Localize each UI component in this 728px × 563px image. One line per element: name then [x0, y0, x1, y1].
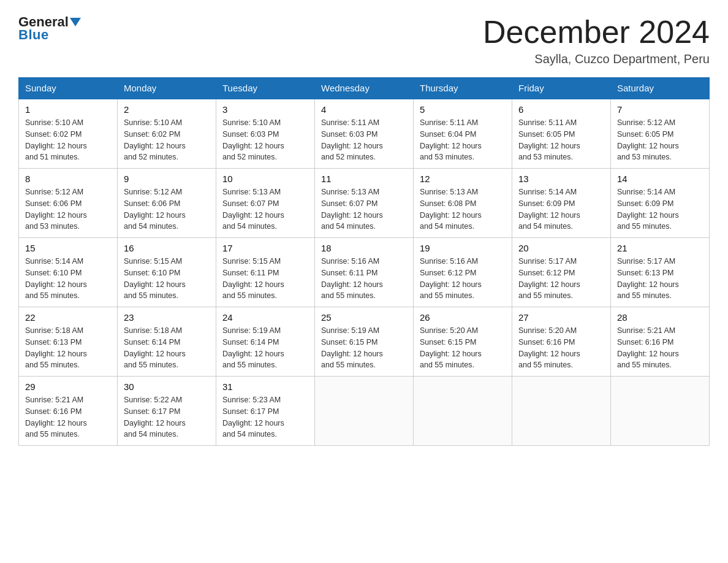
- day-number: 4: [321, 104, 407, 115]
- page-header: General Blue December 2024 Saylla, Cuzco…: [18, 15, 710, 66]
- day-number: 13: [518, 174, 604, 184]
- calendar-cell: 9 Sunrise: 5:12 AMSunset: 6:06 PMDayligh…: [118, 169, 216, 238]
- day-info: Sunrise: 5:14 AMSunset: 6:09 PMDaylight:…: [518, 188, 580, 231]
- day-info: Sunrise: 5:13 AMSunset: 6:08 PMDaylight:…: [420, 188, 482, 231]
- day-number: 19: [420, 243, 506, 253]
- day-info: Sunrise: 5:12 AMSunset: 6:06 PMDaylight:…: [124, 188, 186, 231]
- day-number: 3: [222, 104, 308, 115]
- day-number: 26: [420, 312, 506, 323]
- day-info: Sunrise: 5:15 AMSunset: 6:11 PMDaylight:…: [222, 257, 284, 300]
- day-info: Sunrise: 5:20 AMSunset: 6:15 PMDaylight:…: [420, 326, 482, 369]
- day-info: Sunrise: 5:14 AMSunset: 6:09 PMDaylight:…: [617, 188, 679, 231]
- calendar-header-row: SundayMondayTuesdayWednesdayThursdayFrid…: [19, 78, 710, 99]
- day-info: Sunrise: 5:11 AMSunset: 6:05 PMDaylight:…: [518, 118, 580, 161]
- calendar-cell: [512, 377, 611, 446]
- col-header-monday: Monday: [118, 78, 216, 99]
- calendar-cell: [414, 377, 512, 446]
- day-info: Sunrise: 5:17 AMSunset: 6:13 PMDaylight:…: [617, 257, 679, 300]
- day-number: 16: [124, 243, 210, 253]
- day-info: Sunrise: 5:21 AMSunset: 6:16 PMDaylight:…: [25, 396, 87, 439]
- calendar-cell: [315, 377, 414, 446]
- day-info: Sunrise: 5:12 AMSunset: 6:06 PMDaylight:…: [25, 188, 87, 231]
- calendar-cell: 12 Sunrise: 5:13 AMSunset: 6:08 PMDaylig…: [414, 169, 512, 238]
- col-header-tuesday: Tuesday: [216, 78, 315, 99]
- calendar-cell: 31 Sunrise: 5:23 AMSunset: 6:17 PMDaylig…: [216, 377, 315, 446]
- calendar-cell: 5 Sunrise: 5:11 AMSunset: 6:04 PMDayligh…: [414, 99, 512, 169]
- calendar-week-row: 29 Sunrise: 5:21 AMSunset: 6:16 PMDaylig…: [19, 377, 710, 446]
- day-number: 27: [518, 312, 604, 323]
- day-number: 2: [124, 104, 210, 115]
- calendar-cell: 15 Sunrise: 5:14 AMSunset: 6:10 PMDaylig…: [19, 238, 118, 307]
- day-number: 31: [222, 381, 308, 392]
- calendar-cell: 27 Sunrise: 5:20 AMSunset: 6:16 PMDaylig…: [512, 307, 611, 377]
- calendar-cell: 23 Sunrise: 5:18 AMSunset: 6:14 PMDaylig…: [118, 307, 216, 377]
- day-info: Sunrise: 5:13 AMSunset: 6:07 PMDaylight:…: [321, 188, 383, 231]
- day-number: 11: [321, 174, 407, 184]
- day-number: 15: [25, 243, 111, 253]
- day-info: Sunrise: 5:23 AMSunset: 6:17 PMDaylight:…: [222, 396, 284, 439]
- calendar-cell: 13 Sunrise: 5:14 AMSunset: 6:09 PMDaylig…: [512, 169, 611, 238]
- day-info: Sunrise: 5:18 AMSunset: 6:14 PMDaylight:…: [124, 326, 186, 369]
- calendar-cell: 26 Sunrise: 5:20 AMSunset: 6:15 PMDaylig…: [414, 307, 512, 377]
- day-number: 1: [25, 104, 111, 115]
- day-number: 6: [518, 104, 604, 115]
- day-info: Sunrise: 5:10 AMSunset: 6:02 PMDaylight:…: [25, 118, 87, 161]
- day-info: Sunrise: 5:21 AMSunset: 6:16 PMDaylight:…: [617, 326, 679, 369]
- calendar-cell: 2 Sunrise: 5:10 AMSunset: 6:02 PMDayligh…: [118, 99, 216, 169]
- calendar-table: SundayMondayTuesdayWednesdayThursdayFrid…: [18, 77, 710, 446]
- calendar-cell: 20 Sunrise: 5:17 AMSunset: 6:12 PMDaylig…: [512, 238, 611, 307]
- day-number: 14: [617, 174, 703, 184]
- day-number: 18: [321, 243, 407, 253]
- calendar-cell: 14 Sunrise: 5:14 AMSunset: 6:09 PMDaylig…: [611, 169, 710, 238]
- calendar-cell: 8 Sunrise: 5:12 AMSunset: 6:06 PMDayligh…: [19, 169, 118, 238]
- day-number: 9: [124, 174, 210, 184]
- calendar-week-row: 1 Sunrise: 5:10 AMSunset: 6:02 PMDayligh…: [19, 99, 710, 169]
- calendar-cell: 19 Sunrise: 5:16 AMSunset: 6:12 PMDaylig…: [414, 238, 512, 307]
- day-info: Sunrise: 5:22 AMSunset: 6:17 PMDaylight:…: [124, 396, 186, 439]
- col-header-friday: Friday: [512, 78, 611, 99]
- calendar-cell: 6 Sunrise: 5:11 AMSunset: 6:05 PMDayligh…: [512, 99, 611, 169]
- location-subtitle: Saylla, Cuzco Department, Peru: [483, 52, 710, 66]
- calendar-cell: 17 Sunrise: 5:15 AMSunset: 6:11 PMDaylig…: [216, 238, 315, 307]
- day-info: Sunrise: 5:18 AMSunset: 6:13 PMDaylight:…: [25, 326, 87, 369]
- day-number: 17: [222, 243, 308, 253]
- day-number: 24: [222, 312, 308, 323]
- calendar-cell: 3 Sunrise: 5:10 AMSunset: 6:03 PMDayligh…: [216, 99, 315, 169]
- day-number: 10: [222, 174, 308, 184]
- day-info: Sunrise: 5:15 AMSunset: 6:10 PMDaylight:…: [124, 257, 186, 300]
- day-number: 12: [420, 174, 506, 184]
- col-header-wednesday: Wednesday: [315, 78, 414, 99]
- day-number: 23: [124, 312, 210, 323]
- calendar-cell: 1 Sunrise: 5:10 AMSunset: 6:02 PMDayligh…: [19, 99, 118, 169]
- day-info: Sunrise: 5:17 AMSunset: 6:12 PMDaylight:…: [518, 257, 580, 300]
- day-info: Sunrise: 5:14 AMSunset: 6:10 PMDaylight:…: [25, 257, 87, 300]
- title-block: December 2024 Saylla, Cuzco Department, …: [483, 15, 710, 66]
- calendar-cell: 28 Sunrise: 5:21 AMSunset: 6:16 PMDaylig…: [611, 307, 710, 377]
- month-title: December 2024: [483, 15, 710, 50]
- calendar-cell: 18 Sunrise: 5:16 AMSunset: 6:11 PMDaylig…: [315, 238, 414, 307]
- day-info: Sunrise: 5:10 AMSunset: 6:03 PMDaylight:…: [222, 118, 284, 161]
- calendar-week-row: 15 Sunrise: 5:14 AMSunset: 6:10 PMDaylig…: [19, 238, 710, 307]
- logo-blue: Blue: [18, 27, 49, 43]
- calendar-cell: 22 Sunrise: 5:18 AMSunset: 6:13 PMDaylig…: [19, 307, 118, 377]
- calendar-cell: 16 Sunrise: 5:15 AMSunset: 6:10 PMDaylig…: [118, 238, 216, 307]
- col-header-sunday: Sunday: [19, 78, 118, 99]
- calendar-week-row: 22 Sunrise: 5:18 AMSunset: 6:13 PMDaylig…: [19, 307, 710, 377]
- day-number: 7: [617, 104, 703, 115]
- calendar-cell: 21 Sunrise: 5:17 AMSunset: 6:13 PMDaylig…: [611, 238, 710, 307]
- day-number: 28: [617, 312, 703, 323]
- day-number: 20: [518, 243, 604, 253]
- day-number: 22: [25, 312, 111, 323]
- calendar-cell: 30 Sunrise: 5:22 AMSunset: 6:17 PMDaylig…: [118, 377, 216, 446]
- calendar-cell: [611, 377, 710, 446]
- calendar-cell: 29 Sunrise: 5:21 AMSunset: 6:16 PMDaylig…: [19, 377, 118, 446]
- logo-triangle-icon: [70, 18, 81, 26]
- calendar-cell: 25 Sunrise: 5:19 AMSunset: 6:15 PMDaylig…: [315, 307, 414, 377]
- logo: General Blue: [18, 15, 81, 43]
- calendar-cell: 11 Sunrise: 5:13 AMSunset: 6:07 PMDaylig…: [315, 169, 414, 238]
- calendar-cell: 7 Sunrise: 5:12 AMSunset: 6:05 PMDayligh…: [611, 99, 710, 169]
- day-info: Sunrise: 5:19 AMSunset: 6:14 PMDaylight:…: [222, 326, 284, 369]
- col-header-thursday: Thursday: [414, 78, 512, 99]
- day-info: Sunrise: 5:20 AMSunset: 6:16 PMDaylight:…: [518, 326, 580, 369]
- day-number: 25: [321, 312, 407, 323]
